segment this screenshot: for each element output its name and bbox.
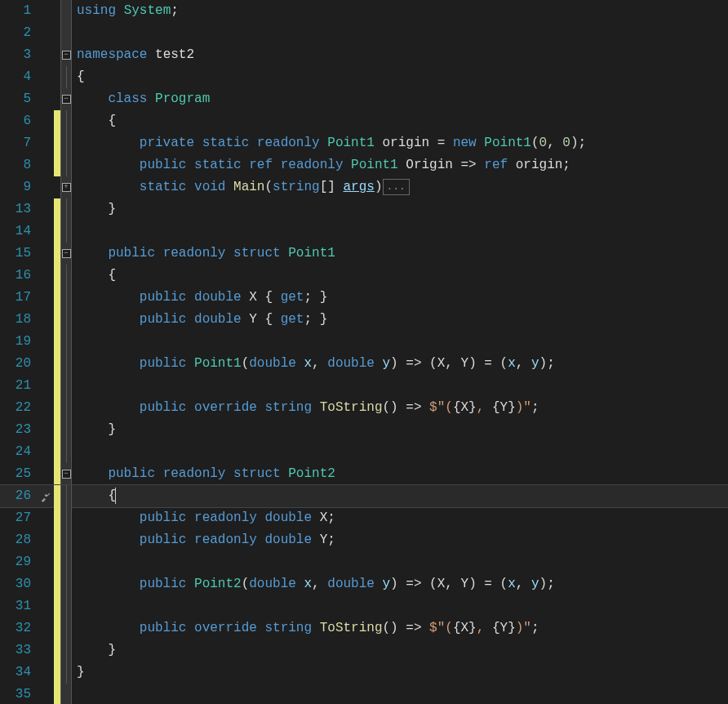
line-number: 16 bbox=[0, 265, 38, 287]
code-content[interactable]: public Point2(double x, double y) => (X,… bbox=[72, 573, 555, 595]
code-line[interactable]: 28 public readonly double Y; bbox=[0, 529, 728, 551]
code-line[interactable]: 30 public Point2(double x, double y) => … bbox=[0, 573, 728, 595]
code-token bbox=[186, 180, 194, 194]
code-line[interactable]: 27 public readonly double X; bbox=[0, 507, 728, 529]
code-content[interactable]: { bbox=[72, 66, 85, 88]
code-content[interactable]: } bbox=[72, 198, 116, 221]
code-content[interactable]: private static readonly Point1 origin = … bbox=[72, 132, 586, 154]
code-line[interactable]: 31 bbox=[0, 595, 728, 617]
code-line[interactable]: 3−namespace test2 bbox=[0, 44, 728, 66]
code-content[interactable]: class Program bbox=[72, 88, 210, 110]
code-content[interactable] bbox=[72, 551, 77, 573]
code-line[interactable]: 17 public double X { get; } bbox=[0, 287, 728, 309]
fold-gutter bbox=[60, 551, 72, 573]
code-line[interactable]: 2 bbox=[0, 22, 728, 44]
code-line[interactable]: 1using System; bbox=[0, 0, 728, 22]
code-line[interactable]: 22 public override string ToString() => … bbox=[0, 397, 728, 419]
code-line[interactable]: 23 } bbox=[0, 419, 728, 441]
fold-gutter bbox=[60, 132, 72, 154]
code-line[interactable]: 33 } bbox=[0, 639, 728, 662]
code-content[interactable]: namespace test2 bbox=[72, 44, 194, 66]
collapse-icon[interactable]: − bbox=[62, 95, 71, 104]
fold-gutter bbox=[60, 331, 72, 353]
code-line[interactable]: 26 { bbox=[0, 485, 728, 507]
collapsed-region[interactable]: ... bbox=[383, 179, 410, 195]
code-content[interactable]: public readonly double X; bbox=[72, 507, 335, 529]
code-content[interactable] bbox=[72, 331, 77, 353]
code-content[interactable]: } bbox=[72, 419, 116, 441]
code-token bbox=[147, 47, 155, 62]
code-line[interactable]: 16 { bbox=[0, 265, 728, 287]
code-editor[interactable]: 1using System;23−namespace test24{5− cla… bbox=[0, 0, 728, 704]
code-content[interactable]: { bbox=[72, 485, 116, 507]
code-line[interactable]: 14 bbox=[0, 221, 728, 243]
code-token: string bbox=[264, 400, 312, 415]
line-number: 20 bbox=[0, 353, 38, 375]
line-number: 13 bbox=[0, 198, 38, 221]
code-content[interactable]: } bbox=[72, 662, 85, 684]
code-line[interactable]: 25− public readonly struct Point2 bbox=[0, 463, 728, 485]
code-token: public bbox=[140, 532, 187, 547]
expand-icon[interactable]: + bbox=[62, 183, 71, 192]
screwdriver-icon[interactable] bbox=[38, 485, 54, 507]
line-number: 25 bbox=[0, 463, 38, 485]
collapse-icon[interactable]: − bbox=[62, 470, 71, 479]
fold-gutter[interactable]: − bbox=[60, 88, 72, 110]
code-line[interactable]: 24 bbox=[0, 441, 728, 463]
code-content[interactable]: { bbox=[72, 110, 116, 132]
code-line[interactable]: 21 bbox=[0, 375, 728, 397]
code-content[interactable]: public double Y { get; } bbox=[72, 309, 327, 331]
fold-gutter bbox=[60, 397, 72, 419]
code-content[interactable]: public static ref readonly Point1 Origin… bbox=[72, 154, 570, 176]
code-line[interactable]: 32 public override string ToString() => … bbox=[0, 617, 728, 639]
gutter-icon-empty bbox=[38, 44, 54, 66]
code-line[interactable]: 9+ static void Main(string[] args)... bbox=[0, 176, 728, 198]
code-content[interactable]: public double X { get; } bbox=[72, 287, 327, 309]
code-content[interactable]: public readonly struct Point1 bbox=[72, 243, 335, 265]
code-content[interactable]: using System; bbox=[72, 0, 179, 22]
gutter-icon-empty bbox=[38, 309, 54, 331]
code-line[interactable]: 13 } bbox=[0, 198, 728, 221]
code-content[interactable]: public override string ToString() => $"(… bbox=[72, 617, 539, 639]
code-token: ( bbox=[242, 577, 250, 591]
code-content[interactable]: } bbox=[72, 639, 116, 662]
code-content[interactable]: public override string ToString() => $"(… bbox=[72, 397, 539, 419]
code-content[interactable]: public readonly double Y; bbox=[72, 529, 335, 551]
code-token: {Y} bbox=[492, 621, 516, 635]
code-content[interactable]: static void Main(string[] args)... bbox=[72, 176, 410, 198]
fold-gutter[interactable]: − bbox=[60, 463, 72, 485]
code-line[interactable]: 15− public readonly struct Point1 bbox=[0, 243, 728, 265]
fold-gutter[interactable]: − bbox=[60, 243, 72, 265]
code-line[interactable]: 29 bbox=[0, 551, 728, 573]
code-line[interactable]: 35 bbox=[0, 684, 728, 704]
code-line[interactable]: 5− class Program bbox=[0, 88, 728, 110]
code-content[interactable] bbox=[72, 684, 77, 704]
line-number: 22 bbox=[0, 397, 38, 419]
code-line[interactable]: 6 { bbox=[0, 110, 728, 132]
code-content[interactable] bbox=[72, 221, 77, 243]
code-line[interactable]: 4{ bbox=[0, 66, 728, 88]
code-line[interactable]: 18 public double Y { get; } bbox=[0, 309, 728, 331]
code-token: X; bbox=[312, 510, 335, 525]
change-indicator bbox=[54, 287, 60, 309]
collapse-icon[interactable]: − bbox=[62, 249, 71, 258]
fold-gutter[interactable]: + bbox=[60, 176, 72, 198]
change-indicator bbox=[54, 463, 60, 485]
fold-gutter[interactable]: − bbox=[60, 44, 72, 66]
code-line[interactable]: 7 private static readonly Point1 origin … bbox=[0, 132, 728, 154]
code-content[interactable] bbox=[72, 375, 77, 397]
code-content[interactable] bbox=[72, 595, 77, 617]
code-content[interactable]: { bbox=[72, 265, 116, 287]
code-content[interactable] bbox=[72, 22, 77, 44]
code-token: } bbox=[108, 643, 116, 657]
code-line[interactable]: 20 public Point1(double x, double y) => … bbox=[0, 353, 728, 375]
code-line[interactable]: 8 public static ref readonly Point1 Orig… bbox=[0, 154, 728, 176]
code-token: {X} bbox=[453, 400, 477, 415]
code-line[interactable]: 34} bbox=[0, 662, 728, 684]
code-content[interactable] bbox=[72, 441, 77, 463]
code-content[interactable]: public Point1(double x, double y) => (X,… bbox=[72, 353, 555, 375]
code-content[interactable]: public readonly struct Point2 bbox=[72, 463, 335, 485]
collapse-icon[interactable]: − bbox=[62, 51, 71, 60]
code-line[interactable]: 19 bbox=[0, 331, 728, 353]
change-indicator bbox=[54, 66, 60, 88]
